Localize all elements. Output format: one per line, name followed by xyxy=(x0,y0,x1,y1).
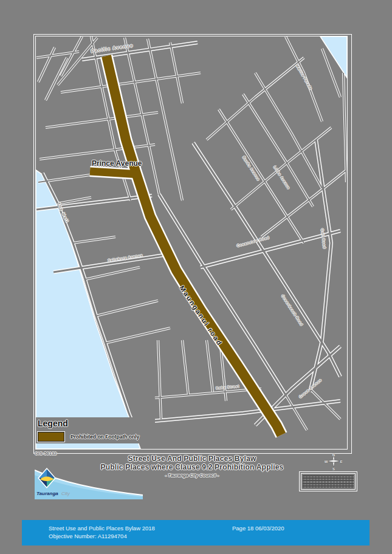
compass-s: S xyxy=(332,467,335,471)
map-frame: Prince AvenueMaunganui roadPacific Avenu… xyxy=(33,34,352,454)
map-area: Prince AvenueMaunganui roadPacific Avenu… xyxy=(35,36,348,450)
street-label-oceanview-road: Oceanview Road xyxy=(236,236,270,248)
street-label-kaka-street: Kaka Street xyxy=(216,385,239,390)
legend-item: Prohibited on Footpath only xyxy=(38,432,153,442)
legend-swatch-prohibited xyxy=(38,432,64,442)
legend-title: Legend xyxy=(38,419,153,428)
street-label-grove-avenue: Grove Avenue xyxy=(298,378,322,398)
map-title-line1: Street Use And Public Places Bylaw xyxy=(35,455,349,463)
street-label-oceanbeach-road: Oceanbeach Road xyxy=(281,294,304,326)
street-label-golf-road: Golf Road xyxy=(320,228,326,249)
compass-n: N xyxy=(332,453,335,457)
north-arrow-icon: N S W E xyxy=(325,452,343,470)
street-label-marine-parade: Marine Parade xyxy=(295,64,313,91)
document-footer-bar: Street Use and Public Places Bylaw 2018 … xyxy=(22,520,370,545)
street-label-prince-avenue: Prince Avenue xyxy=(92,159,142,168)
compass-w: W xyxy=(325,460,328,463)
footer-line2: Objective Number: A11294704 xyxy=(49,532,155,540)
legend: Legend Prohibited on Footpath only xyxy=(38,419,153,442)
legend-item-label: Prohibited on Footpath only xyxy=(70,434,139,440)
street-label-the-mall: The Mall xyxy=(57,202,70,224)
logo-text-tauranga: Tauranga xyxy=(36,491,58,496)
disclaimer-fine-print xyxy=(303,475,354,488)
street-label-maunganui-road: Maunganui road xyxy=(178,284,224,347)
street-label-links-avenue: Links Avenue xyxy=(273,165,291,190)
street-label-banks-avenue: Banks Avenue xyxy=(242,156,261,182)
street-label-pacific-avenue: Pacific Avenue xyxy=(91,43,134,54)
bylaw-map-page: Prince AvenueMaunganui roadPacific Avenu… xyxy=(0,0,392,554)
logo-text-city: City xyxy=(61,491,70,496)
map-labels-layer: Prince AvenueMaunganui roadPacific Avenu… xyxy=(36,36,347,449)
tauranga-city-council-logo: Tauranga City xyxy=(35,467,143,499)
footer-document-info: Street Use and Public Places Bylaw 2018 … xyxy=(49,524,155,540)
footer-line1: Street Use and Public Places Bylaw 2018 xyxy=(49,524,155,532)
street-label-salisbury-avenue: Salisbury Avenue xyxy=(108,253,143,262)
compass-e: E xyxy=(340,460,342,463)
disclaimer-text-box xyxy=(299,471,357,491)
footer-page-info: Page 18 06/03/2020 xyxy=(232,524,284,532)
